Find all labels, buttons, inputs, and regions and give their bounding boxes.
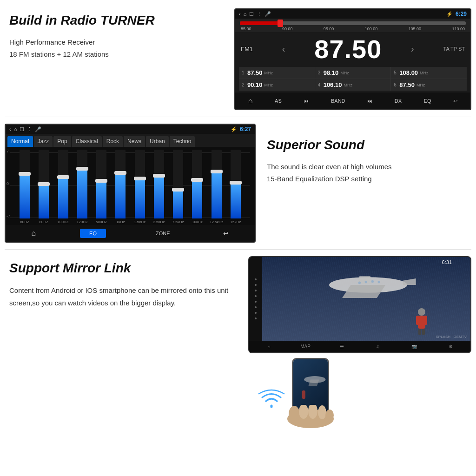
car-unit-screen: 6:31 SPLASH | GEMTV: [262, 257, 470, 341]
eq-bar-10khz[interactable]: 10kHz: [188, 150, 206, 224]
eq-eq-button[interactable]: EQ: [80, 229, 106, 238]
eq-tab-normal[interactable]: Normal: [7, 136, 33, 147]
mirror-title: Support Mirror Link: [9, 261, 239, 276]
svg-rect-16: [302, 390, 305, 399]
radio-desc1: High Performance Receiver: [9, 36, 225, 48]
eq-bars-area: 7 0 -7 60HZ: [6, 147, 255, 225]
svg-rect-12: [418, 329, 421, 335]
radio-as-button[interactable]: AS: [271, 97, 285, 105]
radio-main-display: FM1 ‹ 87.50 › TA TP ST: [235, 32, 470, 65]
eq-back-icon[interactable]: ‹: [9, 126, 11, 132]
menu-icon[interactable]: ⋮: [257, 11, 262, 17]
eq-bar-12p5khz[interactable]: 12.5kHz: [208, 150, 225, 224]
preset-5[interactable]: 5 108.00 MHz: [391, 67, 467, 79]
radio-time: 6:29: [456, 11, 467, 17]
cu-camera-button[interactable]: 📷: [397, 343, 431, 350]
eq-time: 6:27: [240, 126, 251, 132]
eq-bar-15khz[interactable]: 15kHz: [227, 150, 245, 224]
svg-rect-10: [416, 316, 420, 325]
side-dot-1: [255, 278, 257, 280]
eq-text-col: Superior Sound The sound is clear even a…: [256, 124, 471, 185]
eq-y-label-7: 7: [7, 149, 9, 153]
cu-home-button[interactable]: ⌂: [252, 343, 286, 350]
radio-next-track-button[interactable]: ⏭: [364, 97, 376, 105]
eq-tab-pop[interactable]: Pop: [53, 136, 71, 147]
eq-bluetooth-icon: ⚡: [231, 126, 237, 132]
radio-slider-track[interactable]: [240, 21, 466, 25]
eq-bars-container: 60HZ 80HZ 100HZ: [9, 150, 251, 224]
eq-tab-classical[interactable]: Classical: [72, 136, 102, 147]
window-icon[interactable]: ☐: [249, 11, 254, 17]
car-side-panel: [249, 257, 262, 341]
svg-point-8: [418, 308, 425, 316]
eq-menu-icon[interactable]: ⋮: [27, 126, 32, 132]
radio-slider-needle: [278, 20, 283, 27]
bluetooth-icon: ⚡: [446, 11, 453, 17]
car-unit-time: 6:31: [442, 259, 452, 265]
eq-bar-500hz[interactable]: 500HZ: [93, 150, 110, 224]
eq-bar-100hz[interactable]: 100HZ: [54, 150, 72, 224]
radio-title: Build in Radio TURNER: [9, 13, 225, 28]
radio-status-icons: ‹ ⌂ ☐ ⋮ 🎤: [239, 11, 271, 17]
eq-desc2: 15-Band Equalization DSP setting: [267, 173, 471, 185]
svg-point-21: [318, 405, 326, 419]
cu-music-button[interactable]: ♫: [361, 343, 395, 350]
radio-band-button[interactable]: BAND: [327, 97, 349, 105]
radio-dx-button[interactable]: DX: [391, 97, 405, 105]
eq-back-button[interactable]: ↩: [219, 228, 232, 239]
svg-point-5: [365, 281, 368, 284]
radio-screen: ‹ ⌂ ☐ ⋮ 🎤 ⚡ 6:29 85.00 90.00 95.00 100.0…: [234, 8, 471, 110]
eq-statusbar: ‹ ⌂ ☐ ⋮ 🎤 ⚡ 6:27: [6, 125, 255, 134]
eq-window-icon[interactable]: ☐: [20, 126, 24, 132]
eq-tab-jazz[interactable]: Jazz: [34, 136, 53, 147]
eq-bar-2p5khz[interactable]: 2.5kHz: [150, 150, 168, 224]
back-icon[interactable]: ‹: [239, 11, 241, 17]
side-dot-3: [255, 290, 257, 291]
mirror-desc: Content from Android or IOS smartphone c…: [9, 284, 239, 309]
radio-next-button[interactable]: ›: [411, 44, 414, 54]
radio-back-button[interactable]: ↩: [450, 97, 461, 106]
radio-slider-fill: [240, 21, 280, 25]
eq-tab-techno[interactable]: Techno: [170, 136, 195, 147]
side-dot-6: [255, 306, 257, 308]
svg-marker-3: [403, 278, 416, 285]
cu-map-button[interactable]: MAP: [288, 343, 323, 350]
radio-eq-button[interactable]: EQ: [420, 97, 435, 105]
eq-home-icon[interactable]: ⌂: [14, 126, 17, 132]
eq-bar-1p5khz[interactable]: 1.5kHz: [131, 150, 149, 224]
eq-screen: ‹ ⌂ ☐ ⋮ 🎤 ⚡ 6:27 Normal Jazz Pop Classic…: [5, 124, 256, 243]
eq-tab-news[interactable]: News: [124, 136, 145, 147]
preset-2[interactable]: 2 90.10 MHz: [239, 79, 315, 91]
eq-home-button[interactable]: ⌂: [27, 227, 40, 239]
eq-bar-7p5khz[interactable]: 7.5kHz: [169, 150, 187, 224]
radio-home-button[interactable]: ⌂: [245, 95, 257, 106]
radio-prev-track-button[interactable]: ⏮: [300, 97, 312, 105]
svg-point-4: [358, 282, 361, 284]
eq-bar-1khz[interactable]: 1kHz: [112, 150, 129, 224]
mic-icon[interactable]: 🎤: [264, 11, 271, 17]
preset-4[interactable]: 4 106.10 MHz: [315, 79, 391, 91]
divider-2: [5, 249, 471, 250]
cu-settings-button[interactable]: ⚙: [433, 343, 468, 350]
eq-mic-icon[interactable]: 🎤: [35, 126, 41, 132]
eq-title: Superior Sound: [267, 138, 471, 152]
radio-freq-labels: 85.00 90.00 95.00 100.00 105.00 110.00: [240, 26, 466, 31]
phone-mockup-wrap: [292, 358, 329, 418]
eq-bar-60hz[interactable]: 60HZ: [16, 150, 33, 224]
preset-6[interactable]: 6 87.50 MHz: [391, 79, 467, 91]
preset-3[interactable]: 3 98.10 MHz: [315, 67, 391, 79]
eq-zone-button[interactable]: ZONE: [146, 229, 179, 238]
radio-prev-button[interactable]: ‹: [282, 44, 285, 54]
eq-bar-80hz[interactable]: 80HZ: [35, 150, 53, 224]
cu-menu-button[interactable]: ☰: [324, 343, 359, 350]
home-icon[interactable]: ⌂: [244, 11, 247, 17]
eq-tab-urban[interactable]: Urban: [146, 136, 169, 147]
radio-main-freq: 87.50: [314, 34, 382, 64]
mirror-image-container: 6:31 SPLASH | GEMTV ⌂ MAP ☰ ♫ 📷 ⚙: [248, 256, 471, 423]
side-dot-5: [255, 301, 257, 303]
eq-tab-rock[interactable]: Rock: [103, 136, 123, 147]
preset-1[interactable]: 1 87.50 MHz: [239, 67, 315, 79]
side-dot-7: [255, 312, 257, 314]
radio-statusbar: ‹ ⌂ ☐ ⋮ 🎤 ⚡ 6:29: [235, 9, 470, 19]
eq-bar-120hz[interactable]: 120HZ: [73, 150, 91, 224]
